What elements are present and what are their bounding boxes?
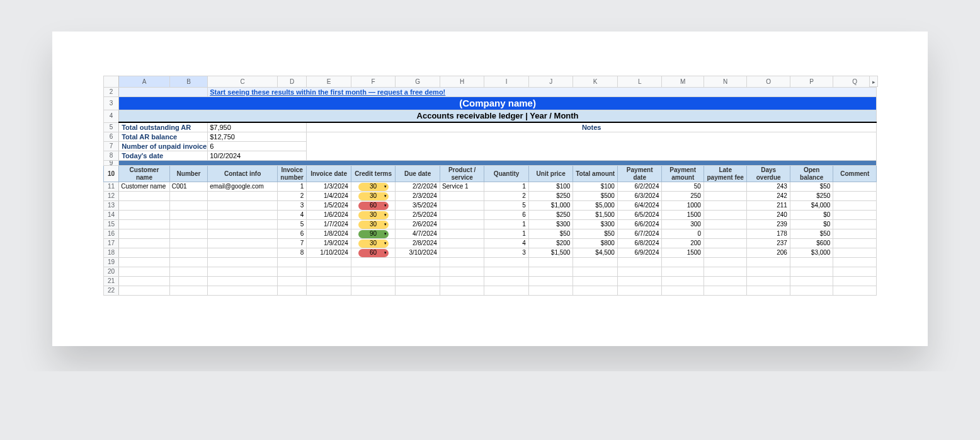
cell-quantity[interactable]: 2 [484, 192, 529, 201]
row-header[interactable]: 11 [104, 182, 119, 192]
col-header-K[interactable]: K [573, 76, 618, 88]
cell-due-date[interactable]: 2/8/2024 [396, 239, 440, 248]
row-header[interactable]: 22 [104, 286, 119, 296]
chevron-down-icon[interactable]: ▾ [384, 220, 387, 229]
cell-quantity[interactable]: 6 [484, 211, 529, 220]
cell[interactable] [573, 258, 618, 267]
cell-invoice-date[interactable]: 1/10/2024 [307, 248, 351, 258]
cell-due-date[interactable]: 3/5/2024 [396, 201, 440, 211]
row-header[interactable]: 7 [104, 142, 119, 151]
row-header[interactable]: 12 [104, 192, 119, 201]
cell[interactable] [440, 267, 484, 277]
cell-credit-terms[interactable]: 30▾ [351, 239, 396, 248]
total-outstanding-ar-label[interactable]: Total outstanding AR [119, 122, 208, 132]
cell-product-service[interactable] [440, 229, 484, 239]
cell-open-balance[interactable]: $600 [790, 239, 833, 248]
cell-payment-date[interactable]: 6/5/2024 [617, 211, 662, 220]
cell-open-balance[interactable]: $3,000 [790, 248, 833, 258]
th-payment-date[interactable]: Payment date [617, 166, 662, 182]
promo-link[interactable]: Start seeing these results within the fi… [208, 88, 877, 97]
cell[interactable] [790, 258, 833, 267]
cell-unit-price[interactable]: $100 [528, 182, 573, 192]
cell[interactable] [169, 267, 207, 277]
row-header[interactable]: 8 [104, 151, 119, 161]
cell-late-payment-fee[interactable] [704, 201, 747, 211]
cell[interactable] [119, 88, 208, 97]
th-quantity[interactable]: Quantity [484, 166, 529, 182]
cell[interactable] [484, 286, 529, 296]
cell-payment-date[interactable]: 6/2/2024 [617, 182, 662, 192]
cell-quantity[interactable]: 1 [484, 220, 529, 229]
cell-total-amount[interactable]: $500 [573, 192, 618, 201]
cell-contact-info[interactable]: email@google.com [208, 182, 278, 192]
cell-unit-price[interactable]: $50 [528, 229, 573, 239]
company-name-banner[interactable]: (Company name) [119, 97, 877, 110]
cell-product-service[interactable] [440, 211, 484, 220]
th-product-service[interactable]: Product / service [440, 166, 484, 182]
row-header[interactable]: 16 [104, 229, 119, 239]
cell-unit-price[interactable]: $300 [528, 220, 573, 229]
row-header[interactable]: 18 [104, 248, 119, 258]
cell-invoice-number[interactable]: 4 [278, 211, 307, 220]
col-header-B[interactable]: B [169, 76, 207, 88]
col-header-C[interactable]: C [208, 76, 278, 88]
cell[interactable] [208, 258, 278, 267]
chevron-down-icon[interactable]: ▾ [384, 239, 387, 248]
th-unit-price[interactable]: Unit price [528, 166, 573, 182]
chevron-down-icon[interactable]: ▾ [384, 229, 387, 238]
cell-credit-terms[interactable]: 30▾ [351, 192, 396, 201]
cell-contact-info[interactable] [208, 239, 278, 248]
total-ar-balance-value[interactable]: $12,750 [208, 132, 307, 142]
col-header-J[interactable]: J [528, 76, 573, 88]
cell-payment-amount[interactable]: 1500 [662, 211, 704, 220]
row-header[interactable]: 9 [104, 161, 119, 166]
cell-late-payment-fee[interactable] [704, 229, 747, 239]
cell-payment-amount[interactable]: 250 [662, 192, 704, 201]
cell-late-payment-fee[interactable] [704, 239, 747, 248]
cell-credit-terms[interactable]: 30▾ [351, 220, 396, 229]
cell-invoice-date[interactable]: 1/8/2024 [307, 229, 351, 239]
cell-customer-name[interactable] [119, 239, 170, 248]
row-header[interactable]: 15 [104, 220, 119, 229]
cell-days-overdue[interactable]: 242 [747, 192, 790, 201]
cell-payment-amount[interactable]: 200 [662, 239, 704, 248]
cell[interactable] [351, 277, 396, 286]
cell-contact-info[interactable] [208, 211, 278, 220]
cell[interactable] [440, 258, 484, 267]
cell-invoice-number[interactable]: 7 [278, 239, 307, 248]
cell-payment-date[interactable]: 6/7/2024 [617, 229, 662, 239]
th-invoice-date[interactable]: Invoice date [307, 166, 351, 182]
cell-quantity[interactable]: 1 [484, 182, 529, 192]
cell-unit-price[interactable]: $250 [528, 192, 573, 201]
cell-quantity[interactable]: 1 [484, 229, 529, 239]
cell[interactable] [573, 267, 618, 277]
cell[interactable] [833, 267, 877, 277]
th-payment-amount[interactable]: Payment amount [662, 166, 704, 182]
col-header-A[interactable]: A [119, 76, 170, 88]
cell-quantity[interactable]: 4 [484, 239, 529, 248]
row-header[interactable]: 6 [104, 132, 119, 142]
cell[interactable] [617, 286, 662, 296]
cell-product-service[interactable] [440, 220, 484, 229]
cell-late-payment-fee[interactable] [704, 182, 747, 192]
cell-comment[interactable] [833, 248, 877, 258]
total-outstanding-ar-value[interactable]: $7,950 [208, 122, 307, 132]
row-header[interactable]: 21 [104, 277, 119, 286]
cell-quantity[interactable]: 5 [484, 201, 529, 211]
cell-payment-amount[interactable]: 1000 [662, 201, 704, 211]
cell[interactable] [208, 286, 278, 296]
todays-date-value[interactable]: 10/2/2024 [208, 151, 307, 161]
row-header[interactable]: 2 [104, 88, 119, 97]
cell-due-date[interactable]: 2/2/2024 [396, 182, 440, 192]
row-header[interactable]: 19 [104, 258, 119, 267]
cell[interactable] [396, 286, 440, 296]
cell[interactable] [528, 286, 573, 296]
chevron-down-icon[interactable]: ▾ [384, 182, 387, 191]
cell-contact-info[interactable] [208, 220, 278, 229]
cell-number[interactable]: C001 [169, 182, 207, 192]
cell-comment[interactable] [833, 220, 877, 229]
cell[interactable] [208, 277, 278, 286]
cell-invoice-number[interactable]: 3 [278, 201, 307, 211]
cell-days-overdue[interactable]: 240 [747, 211, 790, 220]
cell-invoice-number[interactable]: 8 [278, 248, 307, 258]
